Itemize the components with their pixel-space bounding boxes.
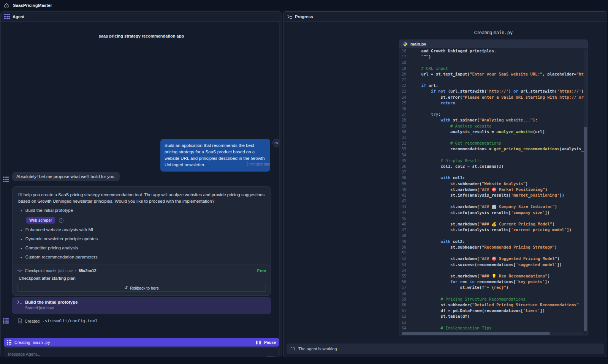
editor-horizontal-scrollbar[interactable] [401,332,583,335]
agent-panel: Agent saas pricing strategy recommendati… [0,11,282,357]
code-line: 19 # URL Input [399,66,584,71]
app-window: SaasPricingMaster Agent saas pricing str… [0,0,608,364]
code-line: 24 st.error("Please enter a valid URL st… [399,95,584,100]
code-line: 51 [399,250,584,256]
code-line: 46 st.markdown("### 💰 Current Pricing Mo… [399,221,584,227]
editor-file-header: main.py [399,40,587,48]
code-line: 20 url = st.text_input("Enter your SaaS … [399,71,584,77]
rollback-button[interactable]: ↺ Rollback to here [17,284,266,292]
file-created-label: Created [25,319,40,323]
code-line: 36 col1, col2 = st.columns(2) [399,164,584,169]
code-line: 60 st.subheader("Detailed Pricing Struct… [399,302,584,308]
task-title: Build the initial prototype [25,300,78,304]
code-line: 53 st.success(recommendations['suggested… [399,262,584,268]
task-status: Started just now [25,306,266,310]
checkpoint-label: Checkpoint made [25,268,56,273]
agent-status-text: The agent is working. [298,347,338,351]
user-message-bubble: Build an application that recommends the… [160,139,270,172]
progress-panel-title: Progress [295,14,313,19]
editor-vertical-scrollbar[interactable] [584,49,587,331]
agent-status-bar: The agent is working. [287,344,604,354]
code-line: 42 [399,198,584,204]
code-line: 31 [399,135,584,140]
active-task-card[interactable]: Build the initial prototype Started just… [12,297,271,314]
progress-icon [287,14,292,19]
scrollbar-thumb[interactable] [584,127,587,331]
rollback-icon: ↺ [124,285,128,290]
message-timestamp: 2 minutes ago [160,162,270,166]
checkpoint-hash: 65a2cc12 [79,268,97,273]
plan-item: •Dynamic newsletter principle updates [21,236,265,242]
spinner-icon [291,347,295,351]
code-line: 30 analysis_results = analyze_website(ur… [399,129,584,135]
code-line: 62 st.table(df) [399,314,584,319]
checkpoint-card: Checkpoint made just now • 65a2cc12 Free… [12,265,271,296]
code-line: 35 # Display Results [399,158,584,164]
send-button[interactable] [266,356,276,357]
code-line: 39 st.subheader("Website Analysis") [399,181,584,187]
checkpoint-icon [17,269,22,273]
working-file: main.py [33,340,50,345]
message-composer: Have feedback? [4,347,279,357]
checkpoint-title: Checkpoint after starting plan [19,276,266,280]
code-line: 17 """) [399,54,584,60]
checkpoint-cost-badge: Free [257,268,266,273]
home-icon[interactable] [4,3,9,8]
code-line: 26 [399,106,584,112]
file-created-row: Created .streamlit/config.toml [3,318,98,324]
plan-card: I'll help you create a SaaS pricing stra… [12,186,271,274]
plan-item: •Build the initial prototype [21,208,265,214]
code-line: 55 st.markdown("### 💡 Key Recommendation… [399,273,584,279]
agent-intro-bubble: Absolutely! Let me propose what we'll bu… [12,172,120,181]
code-line: 59 # Pricing Structure Recommendations [399,296,584,302]
code-line: 21 [399,77,584,83]
pause-button[interactable]: ❚❚ Pause [255,340,276,345]
file-created-path[interactable]: .streamlit/config.toml [42,318,98,323]
task-progress-icon [17,300,22,304]
code-line: 58 [399,291,584,296]
code-line: 33 recommendations = get_pricing_recomme… [399,146,584,152]
checkpoint-time: just now [58,268,73,273]
code-line: 43 st.markdown("### 🏢 Company Size Indic… [399,204,584,210]
code-line: 23 if not (url.startswith('http://') or … [399,88,584,94]
code-line: 41 st.info(analysis_results['market_posi… [399,192,584,198]
working-status-bar: Creating main.py ❚❚ Pause [4,338,279,347]
python-icon [403,42,408,47]
plan-description: I'll help you create a SaaS pricing stra… [18,192,265,205]
code-line: 44 st.info(analysis_results['company_siz… [399,210,584,216]
code-line: 18 [399,60,584,65]
code-line: 32 # Get recommendations [399,140,584,146]
working-label: Creating [14,340,30,345]
file-icon [18,318,22,323]
code-line: 50 st.subheader("Recommended Pricing Str… [399,244,584,250]
code-line: 27 try: [399,112,584,117]
code-line: 64 # Implementation Tips [399,325,584,331]
app-title: SaasPricingMaster [13,3,52,8]
agent-panel-title: Agent [13,14,24,19]
code-line: 63 [399,320,584,325]
code-line: 61 df = pd.DataFrame(recommendations['ti… [399,308,584,314]
code-line: 56 for rec in recommendations['key_point… [399,279,584,285]
plan-list: •Build the initial prototypeWeb scraperi… [18,208,265,260]
plan-item-badges: Web scraperi [26,217,265,224]
info-icon[interactable]: i [59,218,63,223]
code-line: 16 and Growth Unhinged principles. [399,48,584,54]
code-line: 52 st.markdown("### 🎯 Suggested Pricing … [399,256,584,262]
web-scraper-badge[interactable]: Web scraper [26,217,55,224]
agent-icon [7,340,11,345]
code-line: 47 st.info(analysis_results['current_pri… [399,227,584,233]
code-line: 54 [399,268,584,273]
agent-icon [4,14,10,19]
scrollbar-thumb[interactable] [402,332,550,335]
progress-step-file: main.py [494,30,513,35]
pause-icon: ❚❚ [255,340,262,344]
code-line: 45 [399,216,584,221]
progress-step-title: Creating main.py [399,30,588,35]
code-line: 37 [399,169,584,175]
agent-panel-scrollbar[interactable] [279,22,280,356]
code-line: 34 [399,152,584,158]
code-lines: 16 and Growth Unhinged principles.17 """… [399,48,584,331]
code-line: 22 if url: [399,83,584,88]
code-line: 28 with st.spinner("Analyzing website...… [399,117,584,123]
progress-panel-header: Progress [283,12,607,22]
